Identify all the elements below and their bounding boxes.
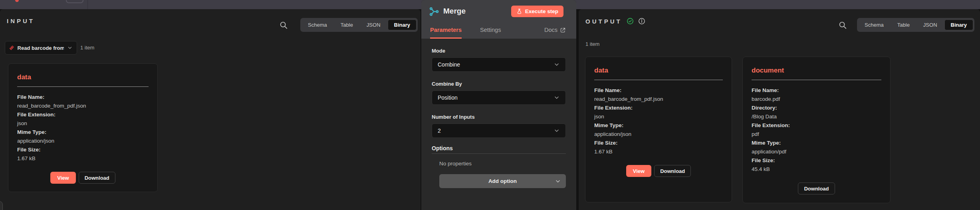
output-panel-header: OUTPUT	[585, 18, 645, 25]
field-label: File Size:	[752, 156, 881, 165]
input-display-mode-tabs: Schema Table JSON Binary	[300, 18, 418, 32]
binary-actions: View Download	[17, 172, 149, 184]
field-value: pdf	[752, 130, 881, 139]
tab-parameters[interactable]: Parameters	[430, 27, 462, 39]
field-label: Mime Type:	[594, 121, 723, 130]
binary-data-card: data File Name: read_barcode_from_pdf.js…	[8, 63, 158, 192]
canvas-grid-line	[87, 0, 88, 9]
field-value: application/pdf	[752, 147, 881, 156]
chevron-down-icon	[553, 61, 560, 68]
field-label: File Extension:	[594, 104, 723, 112]
field-value: barcode.pdf	[752, 95, 881, 104]
field-value: 1.67 kB	[594, 147, 723, 156]
success-check-icon	[627, 18, 634, 25]
field-label: File Extension:	[752, 121, 881, 130]
tab-binary[interactable]: Binary	[944, 20, 973, 30]
download-button[interactable]: Download	[798, 183, 835, 194]
node-parameters: Mode Combine Combine By Position Number …	[421, 48, 576, 188]
add-option-button[interactable]: Add option	[439, 174, 566, 188]
view-button[interactable]: View	[50, 172, 75, 184]
download-button[interactable]: Download	[79, 172, 115, 184]
field-label: Mime Type:	[752, 139, 881, 147]
field-value: read_barcode_from_pdf.json	[17, 102, 149, 110]
output-panel-title: OUTPUT	[585, 18, 622, 25]
tab-schema[interactable]: Schema	[302, 20, 333, 30]
field-value: json	[17, 119, 149, 128]
divider	[752, 80, 881, 80]
barcode-node-icon	[9, 45, 14, 51]
binary-card-title: document	[752, 67, 881, 75]
field-value: /Blog Data	[752, 112, 881, 121]
field-label: File Size:	[17, 145, 149, 154]
tab-docs[interactable]: Docs	[544, 27, 566, 39]
info-icon[interactable]	[638, 18, 645, 25]
chevron-down-icon	[67, 45, 73, 51]
input-source-select[interactable]: Read barcode from PDF	[5, 41, 77, 55]
mode-value: Combine	[438, 61, 460, 68]
canvas-control-fragment	[0, 201, 3, 210]
add-option-label: Add option	[488, 178, 517, 184]
field-value: 1.67 kB	[17, 154, 149, 163]
view-button[interactable]: View	[626, 165, 651, 177]
tab-binary[interactable]: Binary	[388, 20, 417, 30]
tab-settings[interactable]: Settings	[480, 27, 501, 39]
binary-actions: Download	[752, 183, 881, 194]
field-label: Mime Type:	[17, 128, 149, 137]
tab-json[interactable]: JSON	[917, 20, 944, 30]
divider	[17, 86, 149, 87]
number-of-inputs-select[interactable]: 2	[432, 124, 566, 138]
download-button[interactable]: Download	[654, 165, 691, 177]
divider	[432, 153, 566, 154]
tab-json[interactable]: JSON	[360, 20, 387, 30]
param-label: Mode	[432, 48, 566, 54]
number-of-inputs-value: 2	[438, 128, 441, 134]
mode-select[interactable]: Combine	[432, 57, 566, 72]
tab-table[interactable]: Table	[334, 20, 359, 30]
field-value: json	[594, 112, 723, 121]
output-item-count: 1 item	[585, 41, 599, 47]
field-value: application/json	[594, 130, 723, 139]
node-detail-view: INPUT Schema Table JSON Binary	[0, 0, 980, 210]
field-label: File Size:	[594, 139, 723, 147]
output-panel: OUTPUT Schema Table JSON Binary 1 i	[579, 9, 980, 210]
binary-data-card: data File Name: read_barcode_from_pdf.js…	[585, 57, 732, 202]
canvas-node-status-dot	[15, 0, 19, 2]
docs-label: Docs	[544, 27, 557, 33]
divider	[594, 80, 723, 80]
field-value: read_barcode_from_pdf.json	[594, 95, 723, 104]
field-label: File Name:	[594, 86, 723, 95]
tab-table[interactable]: Table	[891, 20, 916, 30]
field-value: application/json	[17, 137, 149, 145]
param-label: Number of Inputs	[432, 114, 566, 120]
node-header: Merge Execute step Parameters Settings D…	[421, 0, 576, 39]
chevron-down-icon	[553, 94, 560, 101]
field-label: File Extension:	[17, 110, 149, 119]
external-link-icon	[560, 27, 566, 33]
flask-icon	[516, 8, 522, 14]
input-item-count: 1 item	[80, 45, 94, 51]
tab-schema[interactable]: Schema	[858, 20, 890, 30]
binary-card-title: data	[594, 67, 723, 75]
execute-step-button[interactable]: Execute step	[511, 6, 563, 17]
binary-card-title: data	[17, 73, 149, 81]
param-label: Combine By	[432, 81, 566, 87]
chevron-down-icon	[553, 128, 560, 134]
merge-node-icon	[429, 6, 439, 17]
combine-by-select[interactable]: Position	[432, 90, 566, 105]
node-settings-panel: Merge Execute step Parameters Settings D…	[421, 0, 576, 210]
node-tabs: Parameters Settings Docs	[430, 27, 566, 39]
field-value: 45.4 kB	[752, 165, 881, 174]
search-icon[interactable]	[279, 21, 288, 29]
input-source-label: Read barcode from PDF	[18, 45, 64, 51]
input-panel-title: INPUT	[7, 18, 35, 24]
input-panel-header: INPUT	[7, 18, 35, 24]
field-label: File Name:	[752, 86, 881, 95]
options-heading: Options	[432, 145, 566, 151]
binary-document-card: document File Name: barcode.pdf Director…	[742, 57, 891, 203]
field-label: File Name:	[17, 93, 149, 102]
options-empty-text: No properties	[439, 161, 566, 167]
node-title: Merge	[443, 7, 466, 16]
chevron-down-icon	[555, 178, 561, 184]
field-label: Directory:	[752, 104, 881, 112]
search-icon[interactable]	[838, 21, 847, 29]
